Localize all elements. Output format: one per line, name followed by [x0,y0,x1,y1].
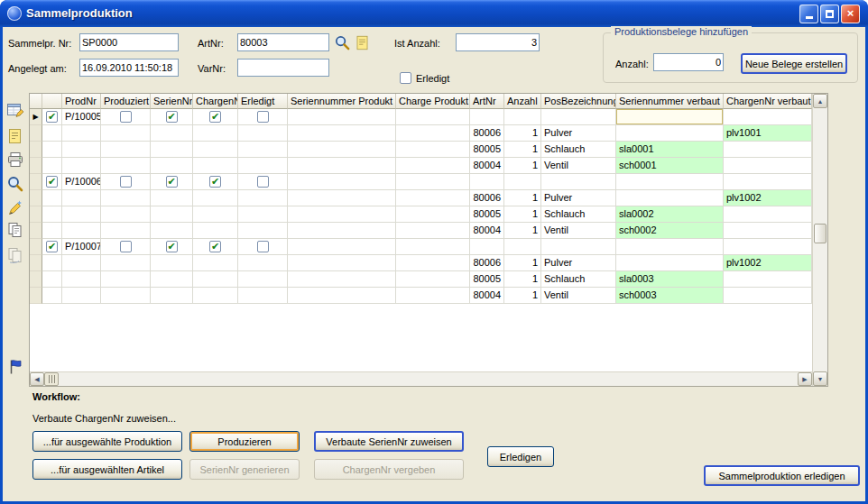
maximize-button[interactable] [820,5,839,23]
cell-prodnr[interactable] [62,158,101,174]
cell-charge_produkt[interactable] [396,158,470,174]
cell-chargen_verbaut[interactable] [724,142,812,158]
checkbox-unchecked[interactable] [257,241,269,252]
cell-serien_verbaut[interactable]: sla0002 [616,206,724,223]
cell-charge_produkt[interactable] [396,255,470,271]
cell-charge_produkt[interactable] [396,239,470,255]
column-header-erledigt[interactable]: Erledigt [238,94,288,109]
column-header-rowsel[interactable] [30,94,42,109]
cell-rowsel[interactable] [30,239,42,255]
search-icon[interactable] [5,174,26,194]
cell-seriennr[interactable] [151,190,193,206]
cell-artnr[interactable] [470,109,504,125]
checkbox-checked[interactable]: ✔ [46,176,58,188]
column-header-posbez[interactable]: PosBezeichnung [541,94,616,109]
cell-produziert[interactable] [101,158,151,174]
table-edit-icon[interactable] [5,101,26,121]
cell-serien_verbaut[interactable] [616,255,724,271]
cell-chargennr[interactable] [193,288,238,304]
cell-chargen_verbaut[interactable] [724,288,812,304]
cell-rowsel[interactable] [30,271,42,288]
cell-anzahl[interactable] [504,174,541,190]
cell-sel[interactable] [42,206,62,223]
splitter-grip[interactable] [44,372,59,386]
cell-serien_produkt[interactable] [288,223,396,239]
scroll-left-button[interactable]: ◀ [30,372,44,386]
cell-anzahl[interactable] [504,239,541,255]
cell-chargennr[interactable] [193,190,238,206]
checkbox-unchecked[interactable] [120,176,132,188]
cell-erledigt[interactable] [238,158,288,174]
cell-chargen_verbaut[interactable]: plv1001 [724,125,812,142]
cell-erledigt[interactable] [238,288,288,304]
cell-sel[interactable] [42,223,62,239]
close-button[interactable]: × [841,5,860,23]
column-header-charge_produkt[interactable]: Charge Produkt [396,94,470,109]
cell-chargennr[interactable] [193,223,238,239]
column-header-produziert[interactable]: Produziert [101,94,151,109]
cell-artnr[interactable]: 80005 [470,271,504,288]
cell-seriennr[interactable] [151,206,193,223]
cell-prodnr[interactable] [62,255,101,271]
cell-erledigt[interactable] [238,109,288,125]
cell-chargen_verbaut[interactable] [724,109,812,125]
sammelpr-input[interactable] [79,33,179,51]
cell-posbez[interactable]: Schlauch [541,206,616,223]
cell-anzahl[interactable]: 1 [504,142,541,158]
copy-icon[interactable] [5,220,26,240]
cell-chargen_verbaut[interactable] [724,206,812,223]
cell-rowsel[interactable] [30,223,42,239]
cell-produziert[interactable] [101,223,151,239]
cell-sel[interactable] [42,190,62,206]
cell-rowsel[interactable] [30,288,42,304]
for-production-button[interactable]: ...für ausgewählte Produktion [32,431,182,452]
cell-chargen_verbaut[interactable] [724,271,812,288]
cell-serien_verbaut[interactable] [616,190,724,206]
cell-posbez[interactable]: Schlauch [541,142,616,158]
cell-anzahl[interactable]: 1 [504,190,541,206]
cell-anzahl[interactable]: 1 [504,255,541,271]
titlebar[interactable]: Sammelproduktion × [0,0,868,27]
cell-prodnr[interactable]: P/10006 [62,174,101,190]
cell-seriennr[interactable] [151,288,193,304]
cell-chargennr[interactable]: ✔ [193,239,238,255]
cell-chargennr[interactable] [193,158,238,174]
checkbox-unchecked[interactable] [257,111,269,123]
vertical-scroll-thumb[interactable] [814,224,826,243]
cell-seriennr[interactable] [151,158,193,174]
vertical-scroll-track[interactable] [813,108,827,371]
column-header-serien_verbaut[interactable]: Seriennummer verbaut [616,94,724,109]
cell-chargen_verbaut[interactable] [724,223,812,239]
cell-serien_produkt[interactable] [288,255,396,271]
cell-rowsel[interactable] [30,174,42,190]
cell-chargen_verbaut[interactable] [724,174,812,190]
cell-sel[interactable] [42,158,62,174]
cell-artnr[interactable]: 80006 [470,125,504,142]
column-header-serien_produkt[interactable]: Seriennummer Produkt [288,94,396,109]
cell-serien_produkt[interactable] [288,125,396,142]
cell-serien_verbaut[interactable]: sla0001 [616,142,724,158]
cell-artnr[interactable]: 80004 [470,288,504,304]
cell-posbez[interactable] [541,239,616,255]
cell-prodnr[interactable] [62,223,101,239]
artnr-input[interactable] [237,33,329,51]
cell-artnr[interactable]: 80005 [470,206,504,223]
cell-charge_produkt[interactable] [396,271,470,288]
ist-anzahl-input[interactable] [456,33,540,51]
cell-artnr[interactable] [470,174,504,190]
cell-rowsel[interactable] [30,190,42,206]
cell-sel[interactable]: ✔ [42,109,62,125]
cell-produziert[interactable] [101,174,151,190]
angelegt-am-input[interactable] [79,59,179,77]
cell-serien_verbaut[interactable] [616,239,724,255]
cell-erledigt[interactable] [238,271,288,288]
cell-chargennr[interactable] [193,255,238,271]
cell-prodnr[interactable]: P/10007 [62,239,101,255]
cell-produziert[interactable] [101,190,151,206]
checkbox-checked[interactable]: ✔ [46,111,58,123]
erledigen-button[interactable]: Erledigen [487,446,554,467]
cell-serien_produkt[interactable] [288,142,396,158]
cell-charge_produkt[interactable] [396,288,470,304]
cell-produziert[interactable] [101,109,151,125]
cell-charge_produkt[interactable] [396,142,470,158]
